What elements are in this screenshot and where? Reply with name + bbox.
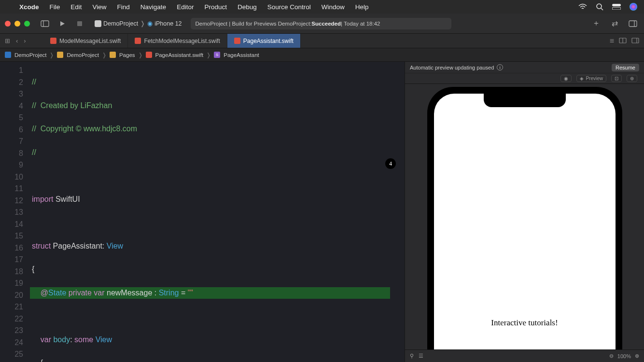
svg-rect-3 bbox=[41, 21, 49, 27]
jumpbar-item[interactable]: DemoProject bbox=[67, 52, 98, 58]
run-button[interactable] bbox=[56, 17, 69, 30]
siri-icon[interactable] bbox=[630, 3, 637, 11]
back-button[interactable]: ‹ bbox=[16, 37, 18, 44]
control-center-icon[interactable] bbox=[612, 4, 621, 10]
zoom-out-icon[interactable]: ⊖ bbox=[609, 353, 614, 359]
preview-settings-icon[interactable]: ☰ bbox=[419, 353, 423, 359]
canvas-footer: ⚲ ☰ ⊖ 100% ⊕ bbox=[405, 349, 644, 362]
resume-button[interactable]: Resume bbox=[612, 64, 639, 71]
activity-status: Succeeded bbox=[311, 21, 341, 27]
duplicate-preview-button[interactable]: ⊕ bbox=[627, 75, 637, 82]
activity-prefix: DemoProject | Build for Previews DemoPro… bbox=[196, 21, 312, 27]
tab-label: PageAssistant.swift bbox=[243, 38, 294, 44]
swift-file-icon bbox=[146, 52, 152, 58]
editor-tabbar: ⊞ ‹ › ModelMessageList.swift FetchModelM… bbox=[0, 34, 644, 48]
project-icon bbox=[5, 52, 11, 58]
zoom-level[interactable]: 100% bbox=[617, 353, 631, 359]
svg-rect-10 bbox=[632, 38, 639, 43]
menu-view[interactable]: View bbox=[93, 3, 107, 11]
folder-icon bbox=[110, 52, 116, 58]
tab-modelmessagelist[interactable]: ModelMessageList.swift bbox=[43, 34, 128, 48]
inspectors-toggle-button[interactable] bbox=[627, 17, 639, 30]
svg-rect-5 bbox=[77, 21, 82, 26]
menu-find[interactable]: Find bbox=[117, 3, 130, 11]
jumpbar-item[interactable]: DemoProject bbox=[14, 52, 46, 58]
code-editor[interactable]: 1234567891011121314151617181920212223242… bbox=[0, 62, 405, 362]
jumpbar-item[interactable]: PageAssistant.swift bbox=[155, 52, 204, 58]
scheme-target: DemoProject bbox=[103, 20, 138, 27]
menu-file[interactable]: File bbox=[50, 3, 60, 11]
menu-edit[interactable]: Edit bbox=[70, 3, 82, 11]
close-window-button[interactable] bbox=[5, 21, 11, 27]
macos-menubar: Xcode File Edit View Find Navigate Edito… bbox=[0, 0, 644, 14]
svg-rect-6 bbox=[629, 21, 637, 27]
swift-file-icon bbox=[234, 38, 240, 44]
menu-help[interactable]: Help bbox=[355, 3, 369, 11]
code-review-button[interactable]: ⇄ bbox=[608, 17, 621, 30]
menu-product[interactable]: Product bbox=[204, 3, 227, 11]
swift-file-icon bbox=[50, 38, 56, 44]
tab-pageassistant[interactable]: PageAssistant.swift bbox=[227, 34, 301, 48]
code-area[interactable]: // // Created by LiFazhan // Copyright ©… bbox=[30, 62, 405, 362]
window-controls bbox=[5, 21, 30, 27]
stop-button[interactable] bbox=[73, 17, 86, 30]
swift-file-icon bbox=[135, 38, 141, 44]
live-button[interactable]: ◉ bbox=[560, 75, 572, 82]
zoom-in-icon[interactable]: ⊕ bbox=[635, 353, 639, 359]
navigator-toggle-button[interactable] bbox=[39, 17, 51, 30]
iphone-frame: Interactive tutorials! bbox=[427, 87, 622, 362]
menu-source-control[interactable]: Source Control bbox=[267, 3, 311, 11]
preview-label: Preview bbox=[586, 76, 603, 81]
canvas-body[interactable]: Interactive tutorials! bbox=[405, 84, 644, 362]
xcode-toolbar: DemoProject ❭ ◉ iPhone 12 DemoProject | … bbox=[0, 14, 644, 34]
preview-text: Interactive tutorials! bbox=[434, 318, 616, 328]
svg-rect-2 bbox=[612, 7, 621, 10]
svg-point-0 bbox=[597, 4, 602, 9]
jumpbar-item[interactable]: PageAssistant bbox=[224, 52, 259, 58]
activity-viewer[interactable]: DemoProject | Build for Previews DemoPro… bbox=[191, 18, 451, 29]
canvas-header: Automatic preview updating paused i Resu… bbox=[405, 62, 644, 73]
preview-button[interactable]: ◈ Preview bbox=[576, 75, 606, 82]
add-button[interactable]: ＋ bbox=[590, 17, 602, 30]
tab-label: ModelMessageList.swift bbox=[59, 38, 121, 44]
iphone-screen[interactable]: Interactive tutorials! bbox=[434, 94, 616, 362]
issue-badge[interactable]: 4 bbox=[385, 158, 396, 169]
line-gutter: 1234567891011121314151617181920212223242… bbox=[0, 62, 30, 362]
jumpbar-item[interactable]: Pages bbox=[119, 52, 135, 58]
preview-canvas: Automatic preview updating paused i Resu… bbox=[405, 62, 644, 362]
forward-button[interactable]: › bbox=[24, 37, 26, 44]
app-name[interactable]: Xcode bbox=[19, 3, 39, 11]
tab-label: FetchModelMessageList.swift bbox=[144, 38, 220, 44]
zoom-window-button[interactable] bbox=[24, 21, 30, 27]
device-settings-button[interactable]: ⊡ bbox=[611, 75, 622, 82]
canvas-subbar: ◉ ◈ Preview ⊡ ⊕ bbox=[405, 73, 644, 84]
menu-editor[interactable]: Editor bbox=[177, 3, 194, 11]
menu-debug[interactable]: Debug bbox=[238, 3, 257, 11]
scheme-selector[interactable]: DemoProject ❭ ◉ iPhone 12 bbox=[91, 18, 186, 28]
search-icon[interactable] bbox=[596, 3, 603, 11]
menu-window[interactable]: Window bbox=[322, 3, 345, 11]
minimize-window-button[interactable] bbox=[14, 21, 20, 27]
svg-rect-1 bbox=[612, 4, 621, 6]
tab-fetchmodelmessagelist[interactable]: FetchModelMessageList.swift bbox=[128, 34, 227, 48]
struct-icon: S bbox=[214, 52, 220, 58]
canvas-paused-label: Automatic preview updating paused bbox=[410, 65, 494, 70]
menu-navigate[interactable]: Navigate bbox=[140, 3, 166, 11]
related-items-icon[interactable]: ⊞ bbox=[5, 37, 10, 44]
wifi-icon[interactable] bbox=[578, 3, 587, 10]
add-editor-icon[interactable] bbox=[631, 37, 639, 45]
folder-icon bbox=[57, 52, 63, 58]
editor-options-icon[interactable]: ≡ bbox=[610, 37, 614, 45]
iphone-notch bbox=[484, 94, 566, 107]
main-content: 1234567891011121314151617181920212223242… bbox=[0, 62, 644, 362]
adjust-editor-icon[interactable] bbox=[619, 37, 627, 45]
pin-preview-icon[interactable]: ⚲ bbox=[410, 353, 414, 359]
jump-bar[interactable]: DemoProject ❭ DemoProject ❭ Pages ❭ Page… bbox=[0, 48, 644, 62]
activity-time: | Today at 18:42 bbox=[341, 21, 380, 27]
scheme-device: iPhone 12 bbox=[154, 20, 182, 27]
info-icon[interactable]: i bbox=[497, 64, 503, 70]
